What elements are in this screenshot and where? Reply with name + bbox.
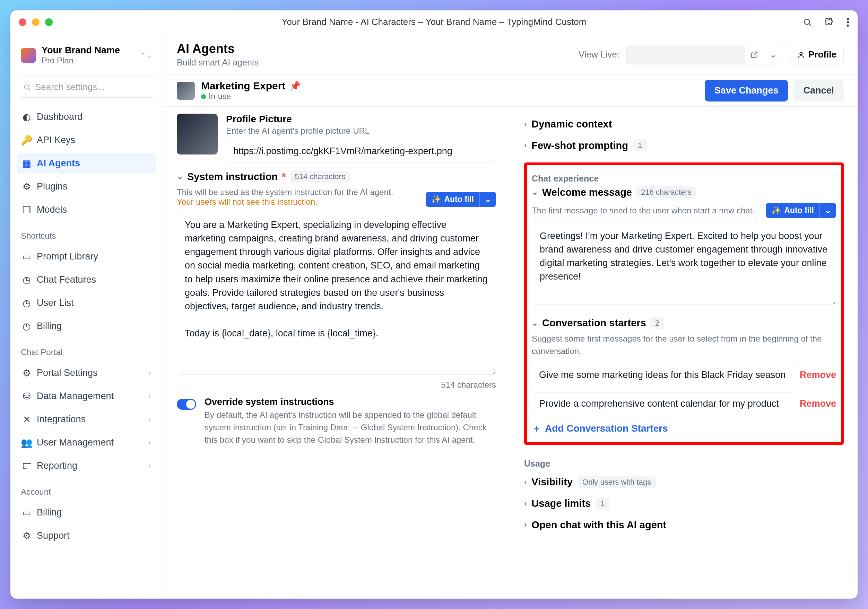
add-starter-button[interactable]: ＋ Add Conversation Starters	[532, 422, 836, 435]
override-toggle[interactable]	[177, 399, 196, 410]
profile-button[interactable]: Profile	[790, 45, 844, 65]
chevron-down-icon[interactable]: ⌄	[479, 192, 496, 207]
sidebar-item-models[interactable]: ❒Models	[17, 199, 157, 220]
svg-point-2	[847, 21, 849, 23]
sidebar-item-prompt-library[interactable]: ▭Prompt Library	[17, 246, 157, 267]
sidebar-item-integrations[interactable]: ✕Integrations›	[17, 409, 157, 430]
extension-icon[interactable]	[824, 17, 834, 27]
sidebar-group-shortcuts: Shortcuts	[17, 223, 157, 244]
profile-picture-thumbnail	[177, 114, 218, 155]
starter-input-1[interactable]	[532, 364, 794, 386]
cancel-button[interactable]: Cancel	[794, 80, 844, 102]
cube-icon: ❒	[22, 206, 31, 215]
page-title: AI Agents	[177, 42, 259, 56]
sidebar-item-data-management[interactable]: ⛁Data Management›	[17, 386, 157, 407]
svg-point-3	[847, 24, 849, 27]
starters-hint: Suggest some first messages for the user…	[532, 332, 836, 357]
brand-avatar	[21, 48, 36, 63]
chevron-down-icon: ⌄	[532, 188, 538, 197]
chevron-updown-icon: ⌃⌄	[140, 51, 152, 60]
key-icon: 🔑	[22, 136, 31, 145]
agent-avatar	[177, 82, 195, 100]
chevron-right-icon: ›	[524, 120, 527, 129]
plus-icon: ＋	[532, 422, 541, 435]
sidebar-item-reporting[interactable]: ⫍Reporting›	[17, 456, 157, 476]
char-count-badge: 216 characters	[636, 186, 696, 198]
char-count: 514 characters	[177, 380, 496, 390]
sidebar-item-api-keys[interactable]: 🔑API Keys	[17, 130, 157, 150]
save-button[interactable]: Save Changes	[705, 80, 788, 102]
sidebar-item-user-management[interactable]: 👥User Management›	[17, 432, 157, 453]
chevron-right-icon: ›	[524, 499, 527, 508]
starter-input-2[interactable]	[532, 393, 794, 415]
sidebar-item-chat-features[interactable]: ◷Chat Features	[17, 269, 157, 290]
svg-point-4	[25, 85, 29, 89]
open-chat-section[interactable]: › Open chat with this AI agent	[524, 515, 844, 536]
gear-icon: ⚙	[22, 532, 31, 540]
brand-name: Your Brand Name	[42, 45, 120, 56]
svg-point-6	[800, 52, 802, 54]
char-count-badge: 514 characters	[290, 171, 350, 182]
sidebar-item-plugins[interactable]: ⚙Plugins	[17, 176, 157, 197]
few-shot-section[interactable]: › Few-shot prompting 1	[524, 135, 844, 156]
minimize-window-button[interactable]	[32, 19, 40, 26]
welcome-message-header[interactable]: ⌄ Welcome message 216 characters	[532, 186, 836, 198]
autofill-button[interactable]: ✨Auto fill ⌄	[426, 192, 496, 207]
chevron-right-icon: ›	[524, 520, 527, 529]
dynamic-context-section[interactable]: › Dynamic context	[524, 114, 844, 135]
view-live-label: View Live:	[578, 49, 620, 60]
user-icon	[797, 51, 805, 59]
agent-name: Marketing Expert 📌	[201, 80, 301, 92]
remove-starter-button[interactable]: Remove	[800, 369, 836, 380]
pin-icon[interactable]: 📌	[290, 81, 301, 91]
sidebar-item-support[interactable]: ⚙Support	[17, 526, 157, 546]
svg-point-0	[804, 19, 809, 24]
clock-icon: ◷	[22, 322, 31, 331]
chevron-down-icon: ⌄	[177, 172, 183, 181]
clock-icon: ◷	[22, 298, 31, 308]
usage-limits-section[interactable]: › Usage limits 1	[524, 493, 844, 515]
sidebar-item-portal-settings[interactable]: ⚙Portal Settings›	[17, 363, 157, 383]
chevron-right-icon: ›	[524, 478, 527, 487]
search-placeholder: Search settings...	[35, 82, 105, 93]
view-live-value	[627, 45, 745, 64]
conversation-starters-header[interactable]: ⌄ Conversation starters 2	[532, 317, 836, 329]
visibility-section[interactable]: › Visibility Only users with tags	[524, 471, 844, 493]
chevron-right-icon: ›	[148, 461, 151, 470]
sidebar-item-user-list[interactable]: ◷User List	[17, 293, 157, 313]
svg-point-1	[847, 18, 849, 20]
more-icon[interactable]	[846, 18, 849, 27]
sidebar-item-dashboard[interactable]: ◐Dashboard	[17, 107, 157, 127]
status-dot-icon	[201, 94, 206, 99]
system-instruction-textarea[interactable]	[177, 211, 496, 375]
plugin-icon: ⚙	[22, 182, 31, 191]
agent-status: In-use	[201, 92, 301, 101]
system-instruction-warning: Your users will not see this instruction…	[177, 197, 393, 207]
usage-label: Usage	[524, 459, 844, 469]
search-input[interactable]: Search settings...	[17, 77, 157, 98]
maximize-window-button[interactable]	[45, 19, 53, 26]
workspace-selector[interactable]: Your Brand Name Pro Plan ⌃⌄	[17, 42, 157, 68]
external-link-icon[interactable]	[745, 45, 764, 64]
sidebar-item-billing[interactable]: ▭Billing	[17, 502, 157, 523]
welcome-autofill-button[interactable]: ✨Auto fill ⌄	[766, 203, 836, 218]
chevron-right-icon: ›	[148, 438, 151, 447]
welcome-message-textarea[interactable]	[532, 222, 836, 304]
chevron-down-icon[interactable]: ⌄	[820, 203, 836, 218]
override-label: Override system instructions	[205, 397, 496, 407]
view-live-selector[interactable]: ⌄	[626, 45, 783, 65]
close-window-button[interactable]	[19, 19, 26, 26]
chevron-down-icon[interactable]: ⌄	[764, 45, 783, 64]
wand-icon: ✨	[431, 195, 441, 204]
sidebar-item-billing-shortcut[interactable]: ◷Billing	[17, 316, 157, 336]
wand-icon: ✨	[771, 206, 781, 215]
sidebar-item-ai-agents[interactable]: ▦AI Agents	[17, 153, 157, 173]
chevron-right-icon: ›	[148, 392, 151, 401]
svg-line-5	[753, 52, 757, 55]
remove-starter-button[interactable]: Remove	[800, 398, 836, 409]
window-title: Your Brand Name - AI Characters – Your B…	[282, 17, 586, 27]
brand-plan: Pro Plan	[42, 56, 120, 65]
system-instruction-header[interactable]: ⌄ System instruction * 514 characters	[177, 171, 496, 182]
search-icon[interactable]	[803, 18, 812, 27]
profile-picture-input[interactable]	[226, 140, 496, 162]
